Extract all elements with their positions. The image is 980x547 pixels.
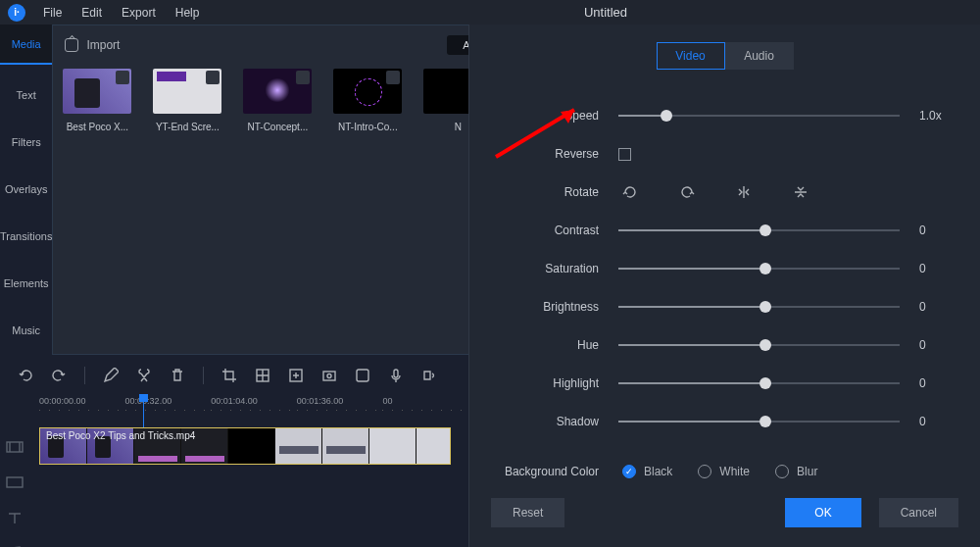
flip-horizontal-icon[interactable] (736, 184, 752, 200)
zoom-icon[interactable] (355, 368, 370, 383)
ruler-mark: 00:01:36.00 (297, 396, 383, 416)
sidebar-item-text[interactable]: Text (0, 72, 52, 119)
import-icon[interactable] (65, 38, 78, 52)
hue-slider[interactable] (618, 344, 900, 346)
delete-icon[interactable] (170, 368, 185, 383)
brightness-slider[interactable] (618, 306, 900, 308)
thumbnail-image (153, 69, 221, 114)
svg-rect-7 (7, 477, 23, 487)
bgcolor-label: Background Color (491, 465, 618, 478)
reverse-checkbox[interactable] (618, 148, 631, 161)
tts-icon[interactable] (421, 368, 437, 383)
thumbnail-image (243, 69, 312, 114)
thumb-label: NT-Intro-Co... (329, 122, 406, 132)
cancel-button[interactable]: Cancel (879, 498, 958, 527)
video-clip[interactable]: Best Poco X2 Tips and Tricks.mp4 (39, 427, 451, 465)
app-icon: i∙ (8, 4, 25, 22)
split-icon[interactable] (136, 368, 152, 383)
ruler-mark: 00:00:32.00 (125, 396, 212, 416)
bg-blur-radio[interactable]: Blur (775, 465, 817, 478)
radio-label: Blur (797, 465, 817, 478)
tab-audio[interactable]: Audio (725, 42, 794, 70)
shadow-label: Shadow (491, 415, 618, 428)
ruler-mark: 00:00:00.00 (39, 396, 125, 416)
saturation-value: 0 (919, 262, 958, 275)
speed-label: Speed (491, 109, 618, 123)
svg-rect-5 (394, 370, 398, 377)
overlay-track-icon (6, 474, 24, 490)
tab-video[interactable]: Video (657, 42, 725, 70)
bg-black-radio[interactable]: Black (622, 465, 672, 478)
media-gallery: Import All Best Poco X... YT-End Scre...… (52, 25, 503, 355)
reset-button[interactable]: Reset (491, 498, 564, 527)
saturation-label: Saturation (491, 262, 618, 275)
mosaic-icon[interactable] (255, 368, 270, 383)
svg-rect-4 (357, 370, 368, 381)
shadow-slider[interactable] (618, 421, 900, 423)
mic-icon[interactable] (388, 368, 404, 383)
ok-button[interactable]: OK (785, 498, 860, 527)
media-thumb[interactable]: NT-Concept... (243, 69, 312, 132)
menu-export[interactable]: Export (112, 6, 166, 20)
undo-icon[interactable] (18, 368, 33, 383)
menu-edit[interactable]: Edit (72, 6, 112, 20)
menu-help[interactable]: Help (166, 6, 210, 20)
menu-file[interactable]: File (33, 6, 72, 20)
highlight-value: 0 (919, 376, 958, 390)
thumb-label: YT-End Scre... (149, 122, 225, 132)
properties-panel: Video Audio Speed 1.0x Reverse Rotate Co… (468, 25, 980, 547)
svg-rect-2 (323, 372, 335, 380)
add-icon[interactable] (288, 368, 304, 383)
rotate-cw-icon[interactable] (679, 184, 695, 200)
radio-label: Black (644, 465, 672, 478)
thumbnail-image (333, 69, 402, 114)
sidebar-item-media[interactable]: Media (0, 25, 52, 65)
crop-icon[interactable] (221, 368, 237, 383)
sidebar-item-overlays[interactable]: Overlays (0, 166, 52, 213)
speed-value: 1.0x (919, 109, 958, 123)
media-thumb[interactable]: NT-Intro-Co... (333, 69, 402, 132)
hue-label: Hue (491, 338, 618, 352)
contrast-slider[interactable] (618, 229, 900, 231)
timeline[interactable]: 00:00:00.00 00:00:32.00 00:01:04.00 00:0… (0, 396, 468, 465)
speed-slider[interactable] (618, 115, 900, 117)
video-track-icon (6, 439, 24, 455)
reverse-label: Reverse (491, 147, 618, 161)
ruler[interactable]: 00:00:00.00 00:00:32.00 00:01:04.00 00:0… (0, 396, 468, 416)
thumb-label: Best Poco X... (59, 122, 135, 132)
rotate-ccw-icon[interactable] (622, 184, 638, 200)
media-thumb[interactable]: Best Poco X... (63, 69, 131, 132)
ruler-mark: 00 (382, 396, 468, 416)
sidebar-item-filters[interactable]: Filters (0, 119, 52, 166)
highlight-slider[interactable] (618, 382, 900, 384)
left-panel: Media Text Filters Overlays Transitions … (0, 25, 468, 547)
menu-bar: i∙ File Edit Export Help Untitled (0, 0, 980, 25)
bg-white-radio[interactable]: White (698, 465, 750, 478)
document-title: Untitled (294, 5, 686, 20)
shadow-value: 0 (919, 415, 958, 428)
svg-point-3 (327, 374, 331, 378)
capture-icon[interactable] (321, 368, 337, 383)
thumb-label: NT-Concept... (239, 122, 316, 132)
redo-icon[interactable] (51, 368, 67, 383)
timeline-toolbar (0, 355, 468, 396)
sidebar-item-music[interactable]: Music (0, 307, 52, 354)
saturation-slider[interactable] (618, 268, 900, 270)
sidebar-item-elements[interactable]: Elements (0, 260, 52, 307)
clip-name: Best Poco X2 Tips and Tricks.mp4 (46, 430, 195, 441)
library-sidebar: Media Text Filters Overlays Transitions … (0, 25, 52, 355)
contrast-value: 0 (919, 224, 958, 237)
hue-value: 0 (919, 338, 958, 352)
radio-label: White (719, 465, 750, 478)
rotate-label: Rotate (491, 185, 618, 199)
contrast-label: Contrast (491, 224, 618, 237)
edit-icon[interactable] (103, 368, 119, 383)
brightness-label: Brightness (491, 300, 618, 314)
text-track-icon (6, 510, 24, 525)
sidebar-item-transitions[interactable]: Transitions (0, 213, 52, 260)
flip-vertical-icon[interactable] (793, 184, 808, 200)
media-thumb[interactable]: YT-End Scre... (153, 69, 221, 132)
import-button[interactable]: Import (86, 38, 120, 52)
thumbnail-image (63, 69, 131, 114)
highlight-label: Highlight (491, 376, 618, 390)
